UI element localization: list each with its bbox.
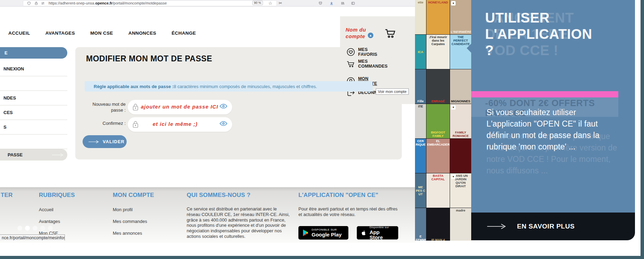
- movie-poster[interactable]: FAMILY ROMANCE: [450, 104, 471, 138]
- movie-poster[interactable]: BIGFOOT FAMILY: [426, 104, 450, 138]
- carousel-dot[interactable]: [17, 226, 22, 231]
- lock-icon[interactable]: [34, 1, 39, 6]
- library-icon[interactable]: [340, 1, 345, 6]
- badge-store-name: App Store: [370, 230, 394, 240]
- carousel-dot[interactable]: [40, 226, 45, 231]
- apple-icon: [361, 230, 367, 236]
- menu-item-favoris[interactable]: MES FAVORIS: [346, 47, 388, 57]
- sidebar-item[interactable]: NDES: [0, 91, 67, 105]
- carousel-dot[interactable]: [33, 226, 37, 231]
- sidebar-item[interactable]: [0, 135, 67, 149]
- movie-poster[interactable]: ME PES C UT: [415, 173, 426, 208]
- movie-poster[interactable]: J'irai mourir dans les Carpates: [426, 35, 450, 69]
- movie-poster[interactable]: ENRAGÉ: [426, 69, 450, 104]
- footer-link[interactable]: Mon profil: [113, 207, 154, 212]
- browser-tooltip: Voir mon compte: [376, 88, 409, 95]
- footer-column-title: QUI SOMMES-NOUS ?: [187, 192, 291, 199]
- movie-poster[interactable]: IP MAN 4: [426, 208, 450, 241]
- download-icon[interactable]: [329, 1, 334, 6]
- carousel-dot[interactable]: [25, 226, 30, 231]
- footer-link[interactable]: Avantages: [39, 219, 75, 224]
- permissions-icon[interactable]: [40, 1, 45, 6]
- badge-top-text: Disponible sur: [370, 226, 394, 229]
- footer-column-application: L'APPLICATION "OPEN CE" Pour être averti…: [298, 192, 399, 217]
- movie-poster[interactable]: DANS UN JARDIN QU'ON DIRAIT: [450, 173, 471, 208]
- confirm-password-input[interactable]: et ici le même ;): [128, 117, 232, 132]
- movie-poster[interactable]: ette: [415, 0, 426, 34]
- movie-title: HONEYLAND: [426, 0, 450, 5]
- movie-poster[interactable]: BASTA CAPITAL: [426, 173, 450, 208]
- movie-title: MIGNONNES: [450, 99, 471, 104]
- movie-title: ICA: [415, 50, 426, 54]
- movie-title: ITE: [415, 104, 426, 109]
- screenshot-extension-icon[interactable]: ✂: [278, 1, 283, 6]
- movie-poster[interactable]: CER RIQUE: [415, 139, 426, 173]
- new-password-input[interactable]: ajouter un mot de passe ICI: [128, 100, 232, 114]
- footer-app-text: Pour être averti partout et en temps rée…: [298, 206, 399, 217]
- movie-title: madre: [450, 208, 471, 213]
- movie-poster[interactable]: EL EMBARCADERO: [426, 139, 450, 173]
- nav-item[interactable]: AVANTAGES: [45, 31, 75, 36]
- show-password-icon[interactable]: [220, 121, 227, 128]
- promo-overlay: LANCEMENTDE LA 1EREVOD CCE ! UTILISERL'A…: [471, 0, 635, 214]
- nav-item[interactable]: ANNONCES: [128, 31, 156, 36]
- footer-column-qui-sommes-nous: QUI SOMMES-NOUS ? Ce service est distrib…: [187, 192, 291, 239]
- pocket-icon[interactable]: [318, 1, 323, 6]
- overlay-notch-arrow-left: [467, 44, 471, 53]
- lock-icon: [133, 104, 138, 111]
- nav-item[interactable]: MON CSE: [90, 31, 113, 36]
- rule-text: 8 caractères minimum composés de minuscu…: [173, 84, 317, 89]
- nav-item[interactable]: ÉCHANGE: [171, 31, 196, 36]
- nav-item[interactable]: ACCUEIL: [8, 31, 30, 36]
- show-password-icon[interactable]: [220, 104, 227, 111]
- footer-column-title: MON COMPTE: [113, 192, 154, 199]
- movie-poster[interactable]: L'INFIRMIÈRE: [450, 0, 471, 34]
- movie-poster[interactable]: Fille: [415, 69, 426, 104]
- movie-poster[interactable]: ICA: [415, 35, 426, 69]
- movie-title: BIGFOOT FAMILY: [426, 130, 450, 138]
- submit-label: VALIDER: [103, 139, 125, 144]
- footer-link[interactable]: Mes annonces: [113, 231, 154, 236]
- app-store-badge[interactable]: Disponible surApp Store: [357, 226, 398, 240]
- cart-icon: [346, 59, 355, 68]
- window-frame-right: [641, 0, 644, 259]
- cart-icon[interactable]: [384, 27, 396, 38]
- movie-poster[interactable]: E FEMME: [415, 208, 426, 241]
- submit-button[interactable]: VALIDER: [83, 135, 127, 148]
- url-text[interactable]: https://adherent-snep-unsa.opence.fr/por…: [49, 1, 167, 5]
- sidebar-item[interactable]: S: [0, 120, 67, 135]
- sidebar-item-password[interactable]: PASSE: [0, 149, 67, 161]
- shield-icon[interactable]: [26, 1, 31, 6]
- sidebar-item[interactable]: NNEXION: [0, 62, 67, 76]
- bookmark-star-icon[interactable]: ☆: [268, 1, 273, 6]
- movie-poster-collage: ette HONEYLAND L'INFIRMIÈRE ICA J'irai m…: [415, 0, 471, 241]
- movie-poster[interactable]: HONEYLAND: [426, 0, 450, 34]
- footer-link[interactable]: Mon mot de passe: [113, 242, 154, 243]
- footer-link[interactable]: Mes commandes: [113, 219, 154, 224]
- movie-title: J'irai mourir dans les Carpates: [426, 35, 450, 46]
- sidebar-item-active[interactable]: E: [0, 47, 67, 59]
- movie-poster[interactable]: MIGNONNES: [450, 69, 471, 104]
- en-savoir-plus-button[interactable]: EN SAVOIR PLUS: [471, 213, 635, 240]
- google-play-badge[interactable]: DISPONIBLE SURGoogle Play: [298, 226, 348, 240]
- badge-top-text: DISPONIBLE SUR: [312, 228, 342, 231]
- footer-column-title: RUBRIQUES: [39, 192, 75, 199]
- sidebar-item[interactable]: CES: [0, 105, 67, 120]
- arrow-right-icon: [88, 139, 100, 144]
- screen: https://adherent-snep-unsa.opence.fr/por…: [0, 0, 644, 259]
- zoom-level-chip[interactable]: 90 %: [252, 1, 263, 5]
- carousel-dots: [17, 226, 53, 231]
- movie-poster[interactable]: madre: [450, 208, 471, 241]
- sidebar-item-label: PASSE: [0, 152, 23, 157]
- slide-body: Si vous souhaitez utiliserL'application …: [486, 107, 600, 153]
- google-play-icon: [302, 229, 309, 236]
- chevron-up-icon[interactable]: ▲: [368, 33, 373, 38]
- movie-poster[interactable]: [450, 139, 471, 173]
- carousel-dot[interactable]: [48, 226, 53, 231]
- sidebar-toggle-icon[interactable]: [350, 1, 355, 6]
- sidebar-item[interactable]: [0, 76, 67, 91]
- movie-poster[interactable]: ITE: [415, 104, 426, 138]
- footer-link[interactable]: Accueil: [39, 207, 75, 212]
- menu-item-commandes[interactable]: MES COMMANDES: [346, 59, 388, 69]
- confirm-password-label: Confirmez :: [87, 120, 126, 126]
